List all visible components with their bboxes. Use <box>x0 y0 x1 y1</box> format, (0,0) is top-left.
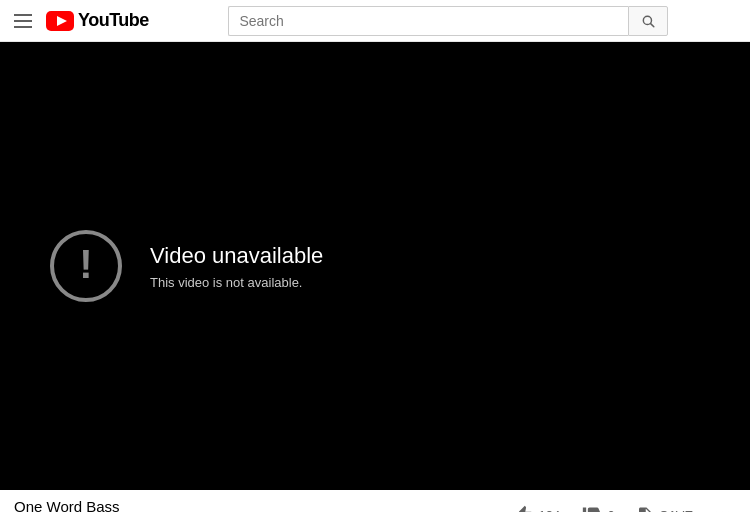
save-label: SAVE <box>659 508 693 513</box>
thumbs-up-icon <box>513 505 533 512</box>
error-icon: ! <box>50 230 122 302</box>
more-icon: ••• <box>713 505 732 513</box>
logo[interactable]: YouTube <box>46 10 149 31</box>
exclamation-icon: ! <box>79 244 92 284</box>
like-button[interactable]: 134 <box>507 501 566 512</box>
video-actions: 134 6 SAVE ••• <box>507 501 736 513</box>
thumbs-down-icon <box>582 505 602 512</box>
youtube-icon <box>46 11 74 31</box>
dislike-count: 6 <box>607 508 614 513</box>
header-left: YouTube <box>14 10 149 31</box>
logo-text: YouTube <box>78 10 149 31</box>
header: YouTube <box>0 0 750 42</box>
video-player: ! Video unavailable This video is not av… <box>0 42 750 490</box>
svg-line-3 <box>651 23 654 26</box>
more-button[interactable]: ••• <box>709 501 736 513</box>
search-button[interactable] <box>628 6 668 36</box>
video-title: One Word Bass <box>14 498 120 512</box>
save-icon <box>636 506 654 512</box>
video-info-left: One Word Bass 7,302 views <box>14 498 120 512</box>
menu-icon[interactable] <box>14 14 32 28</box>
like-count: 134 <box>538 508 560 513</box>
search-bar <box>228 6 668 36</box>
error-subtitle: This video is not available. <box>150 275 323 290</box>
search-input[interactable] <box>228 6 628 36</box>
search-icon <box>641 14 655 28</box>
dislike-button[interactable]: 6 <box>576 501 620 512</box>
error-title: Video unavailable <box>150 243 323 269</box>
save-button[interactable]: SAVE <box>630 502 699 512</box>
below-video: One Word Bass 7,302 views 134 6 <box>0 490 750 512</box>
error-text: Video unavailable This video is not avai… <box>150 243 323 290</box>
